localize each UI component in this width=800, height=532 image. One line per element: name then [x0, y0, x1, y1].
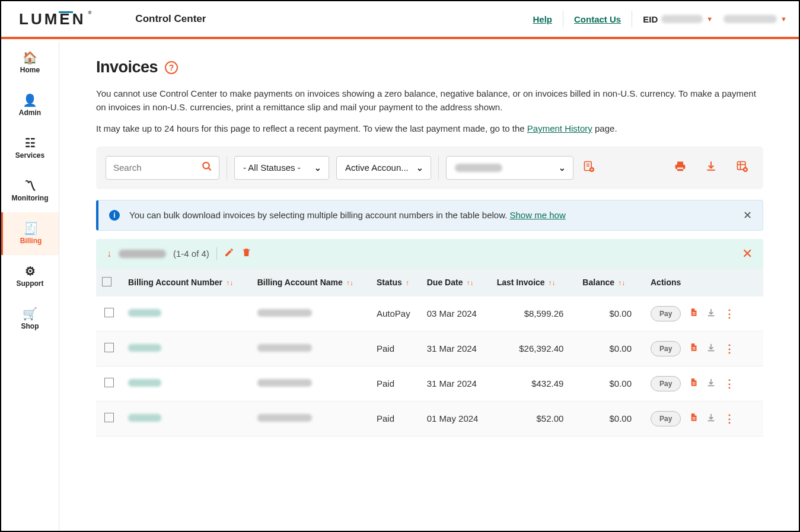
more-actions-icon[interactable]: ⋮: [724, 342, 734, 355]
row-checkbox[interactable]: [104, 343, 114, 352]
search-wrap: [106, 156, 219, 180]
info-icon: i: [109, 210, 120, 221]
pay-button[interactable]: Pay: [651, 411, 681, 426]
sidebar-item-admin[interactable]: 👤Admin: [1, 84, 59, 127]
status-filter[interactable]: - All Statuses - ⌄: [234, 156, 329, 180]
activity-icon: 〽: [24, 180, 36, 192]
chevron-down-icon: ▼: [706, 15, 713, 23]
col-last-invoice: Last Invoice↑↓: [491, 269, 577, 297]
sort-icon[interactable]: ↑: [406, 279, 409, 287]
gear-icon: ⚙: [25, 265, 36, 277]
sort-icon[interactable]: ↑↓: [346, 279, 353, 287]
select-all-checkbox[interactable]: [102, 277, 111, 286]
sidebar-item-services[interactable]: ☷Services: [1, 127, 59, 170]
more-actions-icon[interactable]: ⋮: [724, 412, 734, 425]
cart-icon: 🛒: [23, 308, 37, 320]
payment-history-link[interactable]: Payment History: [527, 123, 592, 133]
billing-account-number-link[interactable]: [128, 379, 161, 387]
redacted-group: [455, 164, 502, 172]
col-due-date: Due Date↑↓: [421, 269, 491, 297]
intro-paragraph-2: It may take up to 24 hours for this page…: [96, 122, 763, 136]
pay-button[interactable]: Pay: [651, 341, 681, 356]
pay-button[interactable]: Pay: [651, 306, 681, 321]
sort-icon[interactable]: ↑↓: [226, 279, 233, 287]
row-checkbox[interactable]: [104, 378, 114, 387]
intro-text: It may take up to 24 hours for this page…: [96, 123, 527, 133]
invoice-doc-icon[interactable]: [689, 307, 698, 320]
due-date-cell: 01 May 2024: [421, 401, 491, 436]
delete-icon[interactable]: [241, 247, 251, 260]
divider: [563, 11, 563, 27]
billing-account-number-link[interactable]: [128, 344, 161, 352]
row-checkbox[interactable]: [104, 413, 114, 422]
table-row: Paid 31 Mar 2024 $432.49 $0.00 Pay ⋮: [96, 366, 763, 401]
billing-account-number-link[interactable]: [128, 309, 161, 317]
columns-settings-icon[interactable]: [734, 158, 750, 177]
close-icon[interactable]: ✕: [742, 246, 753, 262]
sidebar-item-billing[interactable]: 🧾Billing: [1, 212, 59, 255]
divider: [227, 156, 227, 180]
user-dropdown[interactable]: ▼: [723, 15, 787, 23]
show-me-how-link[interactable]: Show me how: [510, 210, 566, 220]
svg-rect-19: [693, 418, 696, 418]
download-icon[interactable]: [703, 158, 719, 177]
account-filter[interactable]: Active Accoun... ⌄: [336, 156, 431, 180]
help-link[interactable]: Help: [533, 14, 553, 24]
sidebar-item-support[interactable]: ⚙Support: [1, 255, 59, 298]
eid-dropdown[interactable]: EID ▼: [643, 14, 713, 24]
contact-link[interactable]: Contact Us: [574, 14, 621, 24]
user-icon: 👤: [23, 94, 37, 106]
more-actions-icon[interactable]: ⋮: [724, 307, 734, 320]
download-icon[interactable]: [706, 413, 716, 425]
top-header: LUMEN® Control Center Help Contact Us EI…: [1, 1, 799, 39]
sidebar-item-home[interactable]: 🏠Home: [1, 42, 59, 84]
sort-icon[interactable]: ↑↓: [466, 279, 473, 287]
download-icon[interactable]: [706, 343, 716, 355]
sort-icon[interactable]: ↑↓: [618, 279, 625, 287]
balance-cell: $0.00: [576, 297, 645, 332]
search-input[interactable]: [106, 156, 219, 180]
group-filter[interactable]: ⌄: [446, 156, 573, 180]
billing-account-name: [257, 344, 312, 352]
last-invoice-cell: $432.49: [491, 366, 577, 401]
last-invoice-cell: $52.00: [491, 401, 577, 436]
pay-button[interactable]: Pay: [651, 376, 681, 391]
redacted-eid: [661, 15, 703, 23]
sidebar-item-monitoring[interactable]: 〽Monitoring: [1, 170, 59, 212]
more-actions-icon[interactable]: ⋮: [724, 377, 734, 390]
chevron-down-icon: ⌄: [416, 163, 423, 173]
billing-account-number-link[interactable]: [128, 414, 161, 422]
redacted-user: [723, 15, 777, 23]
sort-icon[interactable]: ↑↓: [549, 279, 556, 287]
sidebar-item-label: Billing: [20, 237, 42, 245]
due-date-cell: 31 Mar 2024: [421, 366, 491, 401]
status-cell: Paid: [371, 401, 421, 436]
table-row: Paid 01 May 2024 $52.00 $0.00 Pay ⋮: [96, 401, 763, 436]
row-checkbox[interactable]: [104, 308, 114, 317]
svg-rect-14: [693, 314, 696, 314]
download-icon[interactable]: [706, 378, 716, 390]
brand-logo: LUMEN®: [19, 10, 94, 28]
help-icon[interactable]: ?: [165, 61, 178, 74]
sort-arrow-icon[interactable]: ↓: [107, 249, 111, 259]
chevron-down-icon: ▼: [780, 15, 787, 23]
print-icon[interactable]: [672, 158, 689, 177]
invoice-doc-icon[interactable]: [689, 412, 698, 425]
balance-cell: $0.00: [576, 331, 645, 366]
col-actions: Actions: [645, 269, 763, 297]
sidebar-item-label: Services: [15, 151, 44, 160]
last-invoice-cell: $26,392.40: [491, 331, 577, 366]
home-icon: 🏠: [23, 52, 37, 63]
edit-icon[interactable]: [224, 247, 234, 260]
invoice-doc-icon[interactable]: [689, 377, 698, 390]
billing-account-name: [257, 414, 312, 422]
info-text-span: You can bulk download invoices by select…: [129, 210, 510, 220]
invoice-doc-icon[interactable]: [689, 342, 698, 355]
svg-rect-17: [693, 383, 696, 383]
download-icon[interactable]: [706, 308, 716, 320]
add-group-icon[interactable]: [581, 158, 597, 177]
close-icon[interactable]: ✕: [743, 209, 752, 222]
group-count: (1-4 of 4): [173, 249, 209, 259]
col-billing-account-name: Billing Account Name↑↓: [251, 269, 371, 297]
sidebar-item-shop[interactable]: 🛒Shop: [1, 298, 59, 340]
